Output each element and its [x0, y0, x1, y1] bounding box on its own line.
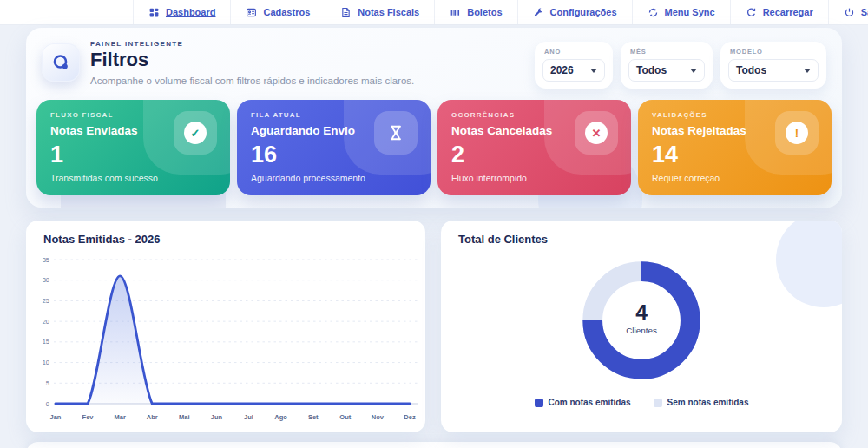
filters-panel-icon: [42, 43, 80, 82]
year-select[interactable]: 2026: [542, 59, 605, 82]
id-card-icon: [246, 7, 257, 18]
stat-badge: !: [775, 111, 819, 155]
nav-label: Configurações: [550, 7, 617, 17]
svg-text:Nov: Nov: [372, 413, 385, 421]
nav-item-notas-fiscais[interactable]: Notas Fiscais: [326, 0, 435, 24]
nav-label: Recarregar: [763, 7, 813, 17]
check-icon: ✓: [184, 122, 207, 144]
stat-subtitle: Requer correção: [652, 173, 818, 183]
nav-item-menu-sync[interactable]: Menu Sync: [633, 0, 731, 24]
refresh-icon: [746, 7, 757, 18]
nav-item-cadastros[interactable]: Cadastros: [231, 0, 326, 24]
wrench-icon: [533, 7, 544, 18]
nav-label: Cadastros: [263, 7, 310, 17]
filter-card-mes: MÊS Todos: [621, 42, 713, 89]
chevron-down-icon: [590, 69, 597, 73]
svg-text:15: 15: [43, 338, 49, 346]
filter-card-modelo: MODELO Todos: [720, 42, 826, 89]
nav-label: Sair: [861, 7, 868, 17]
svg-text:10: 10: [43, 359, 49, 366]
dashboard-grid-icon: [148, 7, 160, 18]
filter-card-ano: ANO 2026: [535, 42, 613, 89]
stat-subtitle: Transmitidas com sucesso: [50, 173, 216, 183]
svg-text:20: 20: [43, 318, 49, 326]
legend-item-sem-notas: Sem notas emitidas: [654, 398, 749, 407]
svg-text:Jan: Jan: [50, 413, 62, 421]
stat-subtitle: Fluxo interrompido: [451, 173, 617, 183]
svg-text:Mar: Mar: [115, 413, 126, 421]
legend-label: Com notas emitidas: [549, 398, 631, 407]
stat-card-aguardando-envio: FILA ATUAL Aguardando Envio 16 Aguardand…: [237, 100, 431, 195]
month-select[interactable]: Todos: [628, 59, 705, 82]
legend-swatch: [535, 399, 543, 407]
donut-chart-card: Total de Clientes 4 Clientes Com notas e…: [441, 221, 842, 432]
chart-title: Notas Emitidas - 2026: [26, 221, 425, 246]
svg-text:Ago: Ago: [274, 413, 287, 421]
svg-text:Dez: Dez: [404, 413, 416, 421]
legend-label: Sem notas emitidas: [667, 398, 749, 407]
donut-center-label: Clientes: [626, 326, 657, 335]
stat-subtitle: Aguardando processamento: [251, 173, 417, 183]
svg-text:Jul: Jul: [244, 413, 253, 421]
hourglass-icon: [387, 124, 404, 142]
chart-legend: Com notas emitidas Sem notas emitidas: [535, 398, 749, 407]
filter-label: MÊS: [630, 48, 705, 56]
nav-label: Notas Fiscais: [358, 7, 419, 17]
next-section-card: [26, 442, 842, 448]
svg-text:Fev: Fev: [82, 413, 95, 421]
select-value: Todos: [636, 64, 667, 76]
svg-text:25: 25: [43, 297, 49, 305]
stat-badge: ✓: [174, 111, 217, 155]
svg-text:Abr: Abr: [147, 413, 158, 421]
power-icon: [844, 7, 855, 18]
panel-subtitle: Acompanhe o volume fiscal com filtros rá…: [90, 76, 414, 86]
filters-panel: PAINEL INTELIGENTE Filtros Acompanhe o v…: [26, 28, 842, 208]
nav-item-configuracoes[interactable]: Configurações: [518, 0, 633, 24]
filter-label: ANO: [544, 48, 605, 56]
barcode-icon: [450, 7, 461, 18]
nav-item-recarregar[interactable]: Recarregar: [731, 0, 829, 24]
chart-title: Total de Clientes: [441, 221, 842, 246]
svg-text:Out: Out: [339, 413, 351, 421]
page-title: Filtros: [90, 49, 414, 71]
svg-text:30: 30: [43, 276, 49, 284]
stat-badge: [374, 111, 418, 155]
stat-card-notas-enviadas: FLUXO FISCAL Notas Enviadas 1 Transmitid…: [36, 100, 230, 195]
donut-chart: 4 Clientes: [568, 247, 715, 393]
nav-item-dashboard[interactable]: Dashboard: [133, 0, 231, 24]
cancel-icon: ✕: [585, 122, 608, 144]
svg-text:Jun: Jun: [211, 413, 223, 421]
nav-label: Dashboard: [166, 7, 215, 17]
line-chart-card: Notas Emitidas - 2026 05101520253035JanF…: [26, 221, 425, 432]
svg-text:Set: Set: [308, 413, 319, 421]
area-line-chart: 05101520253035JanFevMarAbrMaiJunJulAgoSe…: [30, 249, 422, 426]
chevron-down-icon: [690, 69, 697, 73]
filter-label: MODELO: [730, 48, 819, 56]
model-select[interactable]: Todos: [728, 59, 819, 82]
nav-item-boletos[interactable]: Boletos: [435, 0, 517, 24]
chat-bubble-icon: [50, 52, 71, 73]
svg-text:35: 35: [43, 256, 49, 264]
sync-icon: [648, 7, 659, 18]
nav-item-sair[interactable]: Sair: [829, 0, 868, 24]
alert-icon: !: [786, 122, 808, 144]
donut-center-value: 4: [635, 300, 648, 324]
select-value: Todos: [736, 64, 766, 76]
svg-text:0: 0: [46, 400, 49, 408]
nav-label: Boletos: [467, 7, 502, 17]
legend-swatch: [654, 399, 662, 407]
svg-text:Mai: Mai: [179, 413, 190, 421]
select-value: 2026: [550, 64, 574, 76]
stat-badge: ✕: [575, 111, 618, 155]
panel-eyebrow: PAINEL INTELIGENTE: [90, 40, 414, 48]
stat-card-notas-rejeitadas: VALIDAÇÕES Notas Rejeitadas 14 Requer co…: [638, 100, 832, 195]
stat-card-notas-canceladas: OCORRÊNCIAS Notas Canceladas 2 Fluxo int…: [437, 100, 631, 195]
document-icon: [340, 7, 352, 18]
legend-item-com-notas: Com notas emitidas: [535, 398, 631, 407]
nav-label: Menu Sync: [665, 7, 715, 17]
chevron-down-icon: [804, 69, 811, 73]
top-navigation: Dashboard Cadastros Notas Fiscais Boleto…: [0, 0, 868, 25]
svg-text:5: 5: [46, 379, 49, 387]
